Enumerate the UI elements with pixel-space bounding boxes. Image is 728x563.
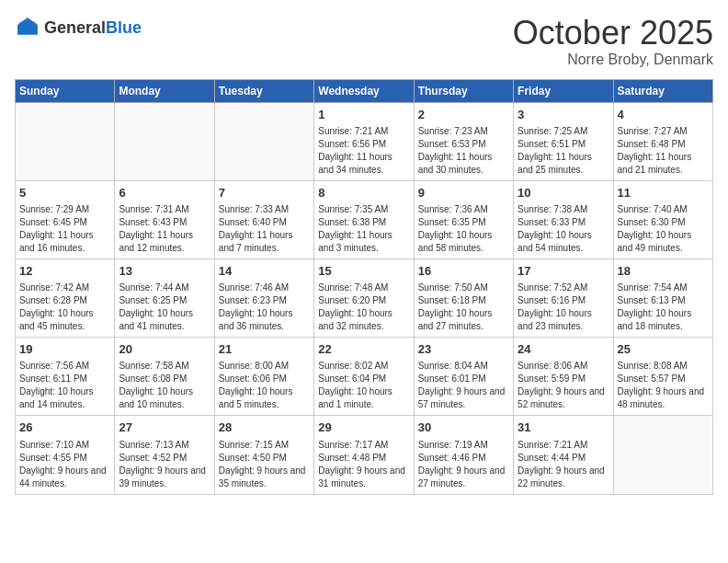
day-info: Sunrise: 8:08 AM Sunset: 5:57 PM Dayligh… [618,360,709,411]
day-info: Sunrise: 7:52 AM Sunset: 6:16 PM Dayligh… [518,282,609,333]
day-number: 24 [518,341,609,358]
day-info: Sunrise: 7:44 AM Sunset: 6:25 PM Dayligh… [119,282,210,333]
day-info: Sunrise: 7:54 AM Sunset: 6:13 PM Dayligh… [618,282,709,333]
logo: GeneralBlue [15,15,142,40]
day-number: 5 [19,185,110,201]
day-number: 30 [418,419,509,436]
day-number: 20 [119,341,210,358]
day-cell: 29Sunrise: 7:17 AM Sunset: 4:48 PM Dayli… [314,416,414,494]
day-cell: 1Sunrise: 7:21 AM Sunset: 6:56 PM Daylig… [314,102,414,180]
day-number: 9 [418,185,509,201]
page-header: GeneralBlue October 2025 Norre Broby, De… [15,15,713,68]
day-info: Sunrise: 8:02 AM Sunset: 6:04 PM Dayligh… [318,360,409,411]
day-number: 7 [219,185,310,201]
calendar-body: 1Sunrise: 7:21 AM Sunset: 6:56 PM Daylig… [16,102,713,494]
day-cell [16,102,115,180]
day-info: Sunrise: 7:33 AM Sunset: 6:40 PM Dayligh… [219,203,310,255]
day-info: Sunrise: 7:40 AM Sunset: 6:30 PM Dayligh… [618,203,709,255]
day-number: 22 [318,341,409,358]
day-info: Sunrise: 8:04 AM Sunset: 6:01 PM Dayligh… [418,360,509,411]
day-number: 15 [318,263,409,280]
day-number: 19 [19,341,110,358]
day-cell: 3Sunrise: 7:25 AM Sunset: 6:51 PM Daylig… [514,102,613,180]
day-cell [613,416,712,494]
location-title: Norre Broby, Denmark [513,52,713,68]
day-number: 12 [19,263,110,280]
day-info: Sunrise: 7:31 AM Sunset: 6:43 PM Dayligh… [119,203,210,255]
day-number: 21 [219,341,310,358]
weekday-header-tuesday: Tuesday [214,79,313,102]
week-row-2: 12Sunrise: 7:42 AM Sunset: 6:28 PM Dayli… [16,259,713,337]
day-cell: 20Sunrise: 7:58 AM Sunset: 6:08 PM Dayli… [115,338,214,416]
day-cell: 7Sunrise: 7:33 AM Sunset: 6:40 PM Daylig… [214,180,313,259]
day-cell: 19Sunrise: 7:56 AM Sunset: 6:11 PM Dayli… [16,338,115,416]
day-info: Sunrise: 7:48 AM Sunset: 6:20 PM Dayligh… [318,282,409,333]
day-info: Sunrise: 7:23 AM Sunset: 6:53 PM Dayligh… [418,125,509,177]
day-info: Sunrise: 7:13 AM Sunset: 4:52 PM Dayligh… [119,439,210,490]
day-info: Sunrise: 7:15 AM Sunset: 4:50 PM Dayligh… [219,439,310,490]
day-cell: 9Sunrise: 7:36 AM Sunset: 6:35 PM Daylig… [414,180,513,259]
weekday-row: SundayMondayTuesdayWednesdayThursdayFrid… [16,79,713,102]
day-number: 8 [318,185,409,201]
day-cell: 15Sunrise: 7:48 AM Sunset: 6:20 PM Dayli… [314,259,414,337]
day-info: Sunrise: 7:38 AM Sunset: 6:33 PM Dayligh… [518,203,609,255]
day-info: Sunrise: 7:36 AM Sunset: 6:35 PM Dayligh… [418,203,509,255]
day-cell: 2Sunrise: 7:23 AM Sunset: 6:53 PM Daylig… [414,102,513,180]
svg-marker-0 [17,17,38,35]
day-number: 29 [318,419,409,436]
day-number: 4 [618,107,709,123]
day-number: 16 [418,263,509,280]
day-info: Sunrise: 7:10 AM Sunset: 4:55 PM Dayligh… [19,439,110,490]
day-cell: 27Sunrise: 7:13 AM Sunset: 4:52 PM Dayli… [115,416,214,494]
weekday-header-saturday: Saturday [613,79,712,102]
logo-icon [15,15,40,40]
day-info: Sunrise: 7:21 AM Sunset: 6:56 PM Dayligh… [318,125,409,177]
weekday-header-friday: Friday [514,79,613,102]
weekday-header-monday: Monday [115,79,214,102]
day-cell: 24Sunrise: 8:06 AM Sunset: 5:59 PM Dayli… [514,338,613,416]
day-number: 14 [219,263,310,280]
week-row-1: 5Sunrise: 7:29 AM Sunset: 6:45 PM Daylig… [16,180,713,259]
day-info: Sunrise: 7:29 AM Sunset: 6:45 PM Dayligh… [19,203,110,255]
logo-general-text: General [44,18,106,37]
day-cell: 23Sunrise: 8:04 AM Sunset: 6:01 PM Dayli… [414,338,513,416]
day-info: Sunrise: 7:42 AM Sunset: 6:28 PM Dayligh… [19,282,110,333]
weekday-header-sunday: Sunday [16,79,115,102]
day-cell: 31Sunrise: 7:21 AM Sunset: 4:44 PM Dayli… [514,416,613,494]
day-info: Sunrise: 8:00 AM Sunset: 6:06 PM Dayligh… [219,360,310,411]
day-info: Sunrise: 8:06 AM Sunset: 5:59 PM Dayligh… [518,360,609,411]
weekday-header-thursday: Thursday [414,79,513,102]
day-info: Sunrise: 7:25 AM Sunset: 6:51 PM Dayligh… [518,125,609,177]
day-cell: 8Sunrise: 7:35 AM Sunset: 6:38 PM Daylig… [314,180,414,259]
day-cell: 18Sunrise: 7:54 AM Sunset: 6:13 PM Dayli… [613,259,712,337]
day-cell: 26Sunrise: 7:10 AM Sunset: 4:55 PM Dayli… [16,416,115,494]
day-number: 17 [518,263,609,280]
week-row-3: 19Sunrise: 7:56 AM Sunset: 6:11 PM Dayli… [16,338,713,416]
day-number: 18 [618,263,709,280]
day-info: Sunrise: 7:50 AM Sunset: 6:18 PM Dayligh… [418,282,509,333]
day-number: 2 [418,107,509,123]
day-cell: 22Sunrise: 8:02 AM Sunset: 6:04 PM Dayli… [314,338,414,416]
day-cell: 21Sunrise: 8:00 AM Sunset: 6:06 PM Dayli… [214,338,313,416]
day-cell: 12Sunrise: 7:42 AM Sunset: 6:28 PM Dayli… [16,259,115,337]
day-info: Sunrise: 7:56 AM Sunset: 6:11 PM Dayligh… [19,360,110,411]
weekday-header-wednesday: Wednesday [314,79,414,102]
day-number: 23 [418,341,509,358]
day-cell: 13Sunrise: 7:44 AM Sunset: 6:25 PM Dayli… [115,259,214,337]
day-cell: 16Sunrise: 7:50 AM Sunset: 6:18 PM Dayli… [414,259,513,337]
day-number: 10 [518,185,609,201]
day-info: Sunrise: 7:27 AM Sunset: 6:48 PM Dayligh… [618,125,709,177]
day-info: Sunrise: 7:35 AM Sunset: 6:38 PM Dayligh… [318,203,409,255]
day-number: 28 [219,419,310,436]
day-cell: 10Sunrise: 7:38 AM Sunset: 6:33 PM Dayli… [514,180,613,259]
day-cell: 11Sunrise: 7:40 AM Sunset: 6:30 PM Dayli… [613,180,712,259]
title-block: October 2025 Norre Broby, Denmark [513,15,713,68]
day-number: 6 [119,185,210,201]
day-number: 31 [518,419,609,436]
day-cell: 30Sunrise: 7:19 AM Sunset: 4:46 PM Dayli… [414,416,513,494]
calendar-header: SundayMondayTuesdayWednesdayThursdayFrid… [16,79,713,102]
day-info: Sunrise: 7:58 AM Sunset: 6:08 PM Dayligh… [119,360,210,411]
day-number: 1 [318,107,409,123]
day-cell: 4Sunrise: 7:27 AM Sunset: 6:48 PM Daylig… [613,102,712,180]
day-number: 11 [618,185,709,201]
